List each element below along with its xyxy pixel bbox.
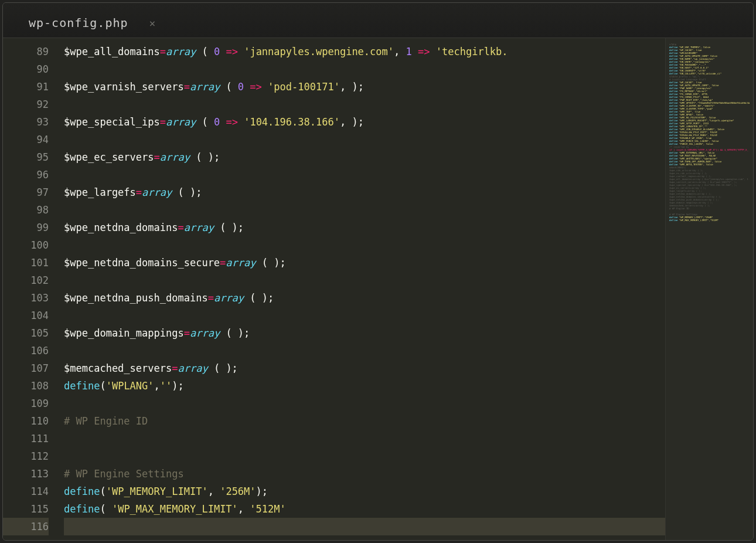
code-line: [64, 430, 665, 447]
code-line: $wpe_domain_mappings=array ( );: [64, 324, 665, 342]
file-tab[interactable]: wp-config.php ×: [13, 8, 184, 38]
line-number: 113: [3, 465, 49, 483]
line-number: 110: [3, 412, 49, 430]
code-line: $wpe_netdna_push_domains=array ( );: [64, 289, 665, 307]
code-line: $wpe_largefs=array ( );: [64, 184, 665, 201]
code-line: $memcached_servers=array ( );: [64, 359, 665, 377]
code-line: [64, 96, 665, 113]
line-number: 103: [3, 289, 49, 307]
line-number: 92: [3, 96, 49, 113]
code-area[interactable]: $wpe_all_domains=array ( 0 => 'jannapyle…: [53, 38, 665, 540]
line-number: 101: [3, 254, 49, 272]
editor-window: wp-config.php × 899091929394959697989910…: [2, 2, 754, 541]
code-line: # WP Engine ID: [64, 412, 665, 430]
line-number: 91: [3, 78, 49, 96]
line-number: 102: [3, 272, 49, 289]
code-line: # WP Engine Settings: [64, 465, 665, 483]
line-number: 97: [3, 184, 49, 201]
code-line: [64, 395, 665, 412]
line-number: 107: [3, 359, 49, 377]
line-number: 111: [3, 430, 49, 447]
line-number: 108: [3, 377, 49, 395]
line-number: 114: [3, 483, 49, 500]
code-line: define('WPLANG','');: [64, 377, 665, 395]
line-number: 98: [3, 201, 49, 219]
line-number: 95: [3, 148, 49, 166]
line-number: 90: [3, 60, 49, 78]
tab-bar: wp-config.php ×: [3, 3, 753, 38]
line-number: 96: [3, 166, 49, 184]
line-number: 104: [3, 307, 49, 324]
line-number: 89: [3, 43, 49, 60]
code-line: $wpe_netdna_domains_secure=array ( );: [64, 254, 665, 272]
line-number: 116: [3, 518, 49, 535]
editor-main: 8990919293949596979899100101102103104105…: [3, 38, 753, 540]
line-number: 105: [3, 324, 49, 342]
line-number: 109: [3, 395, 49, 412]
code-line: $wpe_all_domains=array ( 0 => 'jannapyle…: [64, 43, 665, 60]
line-number: 94: [3, 131, 49, 148]
code-line: [64, 518, 665, 535]
line-number-gutter: 8990919293949596979899100101102103104105…: [3, 38, 53, 540]
close-icon[interactable]: ×: [149, 17, 156, 29]
code-line: $wpe_varnish_servers=array ( 0 => 'pod-1…: [64, 78, 665, 96]
line-number: 93: [3, 113, 49, 131]
code-line: [64, 131, 665, 148]
code-line: [64, 272, 665, 289]
code-line: [64, 166, 665, 184]
code-line: [64, 342, 665, 359]
line-number: 106: [3, 342, 49, 359]
line-number: 100: [3, 236, 49, 254]
code-line: $wpe_ec_servers=array ( );: [64, 148, 665, 166]
code-line: $wpe_netdna_domains=array ( );: [64, 219, 665, 236]
code-line: define( 'WP_MAX_MEMORY_LIMIT', '512M': [64, 500, 665, 518]
line-number: 115: [3, 500, 49, 518]
code-line: [64, 201, 665, 219]
minimap[interactable]: <?php define "WP_USE_THEMES", false defi…: [665, 38, 753, 540]
code-line: [64, 60, 665, 78]
line-number: 112: [3, 447, 49, 465]
code-line: [64, 236, 665, 254]
code-line: [64, 447, 665, 465]
code-line: [64, 307, 665, 324]
code-line: $wpe_special_ips=array ( 0 => '104.196.3…: [64, 113, 665, 131]
code-line: define('WP_MEMORY_LIMIT', '256M');: [64, 483, 665, 500]
tab-title: wp-config.php: [29, 16, 128, 30]
line-number: 99: [3, 219, 49, 236]
